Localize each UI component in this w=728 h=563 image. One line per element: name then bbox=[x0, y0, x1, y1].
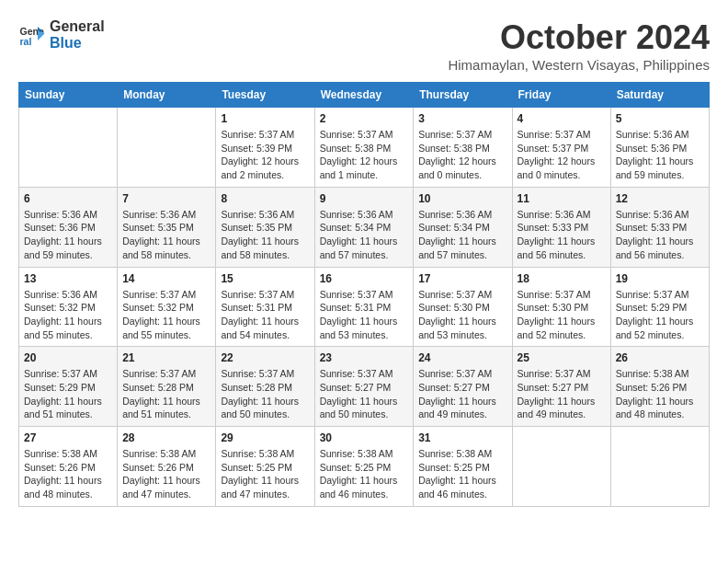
day-number: 19 bbox=[616, 272, 704, 285]
calendar-cell: 18Sunrise: 5:37 AM Sunset: 5:30 PM Dayli… bbox=[512, 267, 610, 347]
day-info: Sunrise: 5:37 AM Sunset: 5:32 PM Dayligh… bbox=[122, 288, 210, 342]
day-number: 3 bbox=[418, 112, 506, 125]
day-info: Sunrise: 5:37 AM Sunset: 5:29 PM Dayligh… bbox=[616, 288, 704, 342]
day-number: 21 bbox=[122, 351, 210, 364]
day-number: 26 bbox=[616, 351, 704, 364]
day-info: Sunrise: 5:37 AM Sunset: 5:27 PM Dayligh… bbox=[320, 367, 409, 421]
day-info: Sunrise: 5:36 AM Sunset: 5:35 PM Dayligh… bbox=[221, 208, 309, 262]
calendar-cell: 2Sunrise: 5:37 AM Sunset: 5:38 PM Daylig… bbox=[314, 108, 414, 188]
week-row-4: 20Sunrise: 5:37 AM Sunset: 5:29 PM Dayli… bbox=[19, 347, 710, 427]
day-number: 11 bbox=[518, 192, 606, 205]
day-header-saturday: Saturday bbox=[610, 83, 709, 108]
calendar-cell bbox=[118, 108, 216, 188]
week-row-5: 27Sunrise: 5:38 AM Sunset: 5:26 PM Dayli… bbox=[19, 427, 710, 507]
day-info: Sunrise: 5:37 AM Sunset: 5:28 PM Dayligh… bbox=[221, 367, 309, 421]
logo-text-line2: Blue bbox=[50, 35, 105, 52]
day-number: 2 bbox=[320, 112, 409, 125]
day-number: 6 bbox=[24, 192, 112, 205]
month-title: October 2024 bbox=[448, 18, 710, 57]
logo-icon: Gene ral bbox=[18, 21, 46, 49]
day-number: 7 bbox=[122, 192, 210, 205]
day-info: Sunrise: 5:36 AM Sunset: 5:36 PM Dayligh… bbox=[616, 128, 704, 182]
day-info: Sunrise: 5:37 AM Sunset: 5:31 PM Dayligh… bbox=[320, 288, 409, 342]
day-info: Sunrise: 5:36 AM Sunset: 5:34 PM Dayligh… bbox=[418, 208, 506, 262]
day-info: Sunrise: 5:36 AM Sunset: 5:32 PM Dayligh… bbox=[24, 288, 112, 342]
calendar-cell: 5Sunrise: 5:36 AM Sunset: 5:36 PM Daylig… bbox=[610, 108, 709, 188]
calendar-cell: 16Sunrise: 5:37 AM Sunset: 5:31 PM Dayli… bbox=[314, 267, 414, 347]
day-number: 24 bbox=[418, 351, 506, 364]
calendar-cell: 4Sunrise: 5:37 AM Sunset: 5:37 PM Daylig… bbox=[512, 108, 610, 188]
calendar-cell: 12Sunrise: 5:36 AM Sunset: 5:33 PM Dayli… bbox=[610, 187, 709, 267]
day-number: 31 bbox=[418, 431, 506, 444]
calendar-cell bbox=[512, 427, 610, 507]
calendar-cell: 22Sunrise: 5:37 AM Sunset: 5:28 PM Dayli… bbox=[216, 347, 314, 427]
calendar-cell: 28Sunrise: 5:38 AM Sunset: 5:26 PM Dayli… bbox=[118, 427, 216, 507]
calendar-cell: 3Sunrise: 5:37 AM Sunset: 5:38 PM Daylig… bbox=[414, 108, 512, 188]
week-row-3: 13Sunrise: 5:36 AM Sunset: 5:32 PM Dayli… bbox=[19, 267, 710, 347]
calendar-cell bbox=[19, 108, 118, 188]
day-info: Sunrise: 5:38 AM Sunset: 5:26 PM Dayligh… bbox=[616, 367, 704, 421]
calendar-cell: 14Sunrise: 5:37 AM Sunset: 5:32 PM Dayli… bbox=[118, 267, 216, 347]
day-number: 18 bbox=[518, 272, 606, 285]
day-info: Sunrise: 5:37 AM Sunset: 5:28 PM Dayligh… bbox=[122, 367, 210, 421]
calendar-cell: 20Sunrise: 5:37 AM Sunset: 5:29 PM Dayli… bbox=[19, 347, 118, 427]
calendar-cell: 11Sunrise: 5:36 AM Sunset: 5:33 PM Dayli… bbox=[512, 187, 610, 267]
day-info: Sunrise: 5:38 AM Sunset: 5:25 PM Dayligh… bbox=[221, 447, 309, 501]
day-info: Sunrise: 5:37 AM Sunset: 5:39 PM Dayligh… bbox=[221, 128, 309, 182]
day-number: 5 bbox=[616, 112, 704, 125]
day-header-monday: Monday bbox=[118, 83, 216, 108]
day-info: Sunrise: 5:38 AM Sunset: 5:26 PM Dayligh… bbox=[122, 447, 210, 501]
day-info: Sunrise: 5:37 AM Sunset: 5:30 PM Dayligh… bbox=[418, 288, 506, 342]
calendar-cell: 27Sunrise: 5:38 AM Sunset: 5:26 PM Dayli… bbox=[19, 427, 118, 507]
day-number: 15 bbox=[221, 272, 309, 285]
svg-text:ral: ral bbox=[20, 35, 32, 46]
calendar-cell: 23Sunrise: 5:37 AM Sunset: 5:27 PM Dayli… bbox=[314, 347, 414, 427]
calendar-cell: 10Sunrise: 5:36 AM Sunset: 5:34 PM Dayli… bbox=[414, 187, 512, 267]
days-header-row: SundayMondayTuesdayWednesdayThursdayFrid… bbox=[19, 83, 710, 108]
day-header-sunday: Sunday bbox=[19, 83, 118, 108]
calendar-cell: 15Sunrise: 5:37 AM Sunset: 5:31 PM Dayli… bbox=[216, 267, 314, 347]
calendar-cell: 26Sunrise: 5:38 AM Sunset: 5:26 PM Dayli… bbox=[610, 347, 709, 427]
day-info: Sunrise: 5:36 AM Sunset: 5:34 PM Dayligh… bbox=[320, 208, 409, 262]
calendar-cell: 8Sunrise: 5:36 AM Sunset: 5:35 PM Daylig… bbox=[216, 187, 314, 267]
calendar-cell: 30Sunrise: 5:38 AM Sunset: 5:25 PM Dayli… bbox=[314, 427, 414, 507]
calendar-cell: 1Sunrise: 5:37 AM Sunset: 5:39 PM Daylig… bbox=[216, 108, 314, 188]
week-row-1: 1Sunrise: 5:37 AM Sunset: 5:39 PM Daylig… bbox=[19, 108, 710, 188]
calendar-cell: 31Sunrise: 5:38 AM Sunset: 5:25 PM Dayli… bbox=[414, 427, 512, 507]
day-info: Sunrise: 5:38 AM Sunset: 5:25 PM Dayligh… bbox=[418, 447, 506, 501]
day-header-wednesday: Wednesday bbox=[314, 83, 414, 108]
day-number: 13 bbox=[24, 272, 112, 285]
title-block: October 2024 Himamaylan, Western Visayas… bbox=[448, 18, 710, 73]
day-info: Sunrise: 5:37 AM Sunset: 5:27 PM Dayligh… bbox=[518, 367, 606, 421]
day-info: Sunrise: 5:36 AM Sunset: 5:33 PM Dayligh… bbox=[518, 208, 606, 262]
day-number: 16 bbox=[320, 272, 409, 285]
day-info: Sunrise: 5:38 AM Sunset: 5:25 PM Dayligh… bbox=[320, 447, 409, 501]
day-number: 12 bbox=[616, 192, 704, 205]
calendar-cell: 9Sunrise: 5:36 AM Sunset: 5:34 PM Daylig… bbox=[314, 187, 414, 267]
calendar-cell: 13Sunrise: 5:36 AM Sunset: 5:32 PM Dayli… bbox=[19, 267, 118, 347]
logo-text-line1: General bbox=[50, 18, 105, 35]
calendar-cell: 24Sunrise: 5:37 AM Sunset: 5:27 PM Dayli… bbox=[414, 347, 512, 427]
calendar-cell: 17Sunrise: 5:37 AM Sunset: 5:30 PM Dayli… bbox=[414, 267, 512, 347]
day-number: 28 bbox=[122, 431, 210, 444]
day-info: Sunrise: 5:37 AM Sunset: 5:31 PM Dayligh… bbox=[221, 288, 309, 342]
day-header-friday: Friday bbox=[512, 83, 610, 108]
calendar-cell: 21Sunrise: 5:37 AM Sunset: 5:28 PM Dayli… bbox=[118, 347, 216, 427]
day-info: Sunrise: 5:38 AM Sunset: 5:26 PM Dayligh… bbox=[24, 447, 112, 501]
calendar-cell: 7Sunrise: 5:36 AM Sunset: 5:35 PM Daylig… bbox=[118, 187, 216, 267]
day-header-tuesday: Tuesday bbox=[216, 83, 314, 108]
calendar-cell bbox=[610, 427, 709, 507]
day-number: 1 bbox=[221, 112, 309, 125]
day-number: 14 bbox=[122, 272, 210, 285]
logo: Gene ral General Blue bbox=[18, 18, 105, 51]
day-info: Sunrise: 5:37 AM Sunset: 5:37 PM Dayligh… bbox=[518, 128, 606, 182]
day-info: Sunrise: 5:37 AM Sunset: 5:27 PM Dayligh… bbox=[418, 367, 506, 421]
day-header-thursday: Thursday bbox=[414, 83, 512, 108]
day-info: Sunrise: 5:36 AM Sunset: 5:35 PM Dayligh… bbox=[122, 208, 210, 262]
day-info: Sunrise: 5:37 AM Sunset: 5:29 PM Dayligh… bbox=[24, 367, 112, 421]
day-number: 23 bbox=[320, 351, 409, 364]
week-row-2: 6Sunrise: 5:36 AM Sunset: 5:36 PM Daylig… bbox=[19, 187, 710, 267]
day-info: Sunrise: 5:36 AM Sunset: 5:33 PM Dayligh… bbox=[616, 208, 704, 262]
location-subtitle: Himamaylan, Western Visayas, Philippines bbox=[448, 57, 710, 73]
day-info: Sunrise: 5:36 AM Sunset: 5:36 PM Dayligh… bbox=[24, 208, 112, 262]
